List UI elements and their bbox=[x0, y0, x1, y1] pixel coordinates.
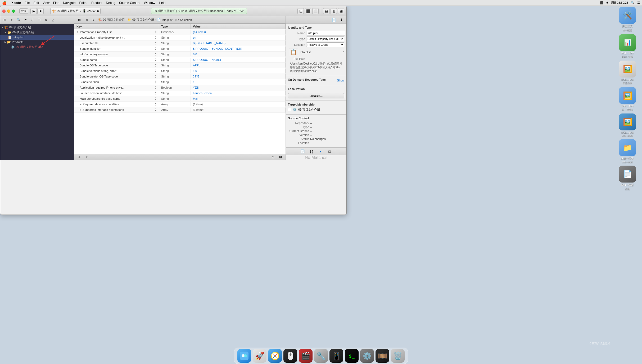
array-expand-icon[interactable]: ▶ bbox=[80, 103, 82, 106]
list-icon[interactable]: ☰ bbox=[637, 1, 640, 4]
row-stepper[interactable]: ▲▼ bbox=[155, 108, 157, 112]
add-icon[interactable]: + bbox=[9, 17, 15, 22]
desktop-item-snip1[interactable]: 🖼️ snip....png 车丹分享 bbox=[614, 61, 641, 85]
menu-source-control[interactable]: Source Control bbox=[119, 1, 140, 5]
debug-toggle[interactable]: ⬛ bbox=[305, 8, 311, 14]
table-row[interactable]: Launch screen interface file base... ▲▼ … bbox=[74, 90, 286, 96]
grid-icon[interactable]: ⊞ bbox=[2, 17, 8, 22]
reveal-in-finder-icon[interactable]: ↗ bbox=[342, 51, 344, 54]
row-stepper[interactable]: ▲▼ bbox=[155, 74, 157, 79]
table-row[interactable]: Bundle version ▲▼ String 1 bbox=[74, 79, 286, 85]
sidebar-item-infoplist[interactable]: 📋 Info.plist bbox=[0, 35, 74, 40]
dock-safari[interactable]: 🧭 bbox=[268, 349, 282, 363]
table-row[interactable]: ▶ Required device capabilities ▲▼ Array … bbox=[74, 102, 286, 107]
row-stepper[interactable]: ▲▼ bbox=[155, 35, 157, 40]
layout-btn-2[interactable]: ▥ bbox=[331, 8, 337, 14]
desktop-item-snip2[interactable]: 🖼️ snip....png 07-···(优化) bbox=[614, 87, 641, 111]
table-row[interactable]: Main storyboard file base name ▲▼ String… bbox=[74, 96, 286, 102]
table-row[interactable]: InfoDictionary version ▲▼ String 6.0 bbox=[74, 52, 286, 57]
row-stepper[interactable]: ▲▼ bbox=[155, 102, 157, 106]
expand-arrow-root[interactable]: ▼ bbox=[1, 26, 4, 29]
bookmark-icon[interactable]: ◇ bbox=[29, 17, 35, 22]
sidebar-item-app[interactable]: ⚙️ 09-项目文件介绍.app bbox=[0, 44, 74, 49]
pause-badge[interactable]: 暂停 bbox=[19, 8, 28, 14]
table-row[interactable]: Localization native development r... ▲▼ … bbox=[74, 35, 286, 40]
close-button[interactable] bbox=[2, 10, 6, 13]
row-stepper[interactable]: ▲▼ bbox=[155, 30, 157, 34]
back-button[interactable]: ◁ bbox=[83, 17, 89, 22]
expand-arrow-products[interactable]: ▶ bbox=[4, 41, 6, 43]
menu-view[interactable]: View bbox=[43, 1, 49, 5]
array-expand-icon-2[interactable]: ▶ bbox=[80, 108, 82, 111]
dock-media[interactable]: 🎬 bbox=[299, 349, 313, 363]
row-stepper[interactable]: ▲▼ bbox=[155, 69, 157, 73]
desktop-item-unnamed[interactable]: 📁 未命···件夹 ZJL···etail bbox=[614, 139, 641, 163]
row-stepper[interactable]: ▲▼ bbox=[155, 63, 157, 67]
stop-button[interactable]: ■ bbox=[37, 8, 44, 14]
table-row[interactable]: Bundle name ▲▼ String $(PRODUCT_NAME) bbox=[74, 57, 286, 63]
row-stepper[interactable]: ▲▼ bbox=[155, 41, 157, 45]
row-stepper[interactable]: ▲▼ bbox=[155, 58, 157, 62]
sidebar-item-root[interactable]: ▼ 🏗️ 09-项目文件介绍 bbox=[0, 25, 74, 30]
menu-navigate[interactable]: Navigate bbox=[63, 1, 75, 5]
dock-terminal[interactable]: $_ bbox=[345, 349, 359, 363]
dock-tools[interactable]: 🔧 bbox=[314, 349, 328, 363]
breadcrumb-item-1[interactable]: 09-项目文件介绍 bbox=[103, 18, 125, 22]
dock-mouse[interactable]: 🖱️ bbox=[283, 349, 297, 363]
breadcrumb-item-3[interactable]: Info.plist bbox=[162, 18, 173, 21]
help-inspector-icon[interactable]: ℹ bbox=[338, 17, 344, 22]
menu-xcode[interactable]: Xcode bbox=[11, 1, 21, 5]
insp-circle-icon[interactable]: ● bbox=[318, 149, 324, 154]
localize-button[interactable]: Localize... bbox=[288, 93, 344, 98]
desktop-item-devtools[interactable]: 🛠️ 开发工具 未···视频 bbox=[614, 7, 641, 32]
name-field[interactable] bbox=[306, 31, 345, 35]
location-select[interactable]: Relative to Group bbox=[306, 42, 344, 47]
table-icon[interactable]: ⊟ bbox=[36, 17, 42, 22]
dock-phone[interactable]: 📱 bbox=[329, 349, 343, 363]
root-expand-icon[interactable]: ▼ bbox=[76, 31, 79, 33]
flag-icon[interactable]: ⚑ bbox=[22, 17, 28, 22]
minimize-button[interactable] bbox=[7, 10, 10, 13]
navigator-toggle[interactable]: ◫ bbox=[297, 8, 304, 14]
table-row[interactable]: Bundle creator OS Type code ▲▼ String ??… bbox=[74, 74, 286, 79]
table-row[interactable]: Bundle versions string, short ▲▼ String … bbox=[74, 68, 286, 74]
breadcrumb-item-2[interactable]: 09-项目文件介绍 bbox=[132, 18, 154, 22]
expand-arrow-group[interactable]: ▼ bbox=[4, 31, 7, 34]
menu-debug[interactable]: Debug bbox=[106, 1, 115, 5]
link-icon[interactable]: ⧖ bbox=[43, 17, 49, 22]
layout-btn-1[interactable]: ▤ bbox=[323, 8, 329, 14]
grid-view-icon[interactable]: ⊞ bbox=[76, 17, 82, 22]
insp-code-icon[interactable]: { } bbox=[309, 149, 315, 154]
dock-finder[interactable] bbox=[237, 349, 251, 363]
row-stepper[interactable]: ▲▼ bbox=[155, 91, 157, 95]
warning-icon[interactable]: △ bbox=[50, 17, 56, 22]
menu-file[interactable]: File bbox=[25, 1, 30, 5]
forward-button[interactable]: ▷ bbox=[90, 17, 96, 22]
menu-product[interactable]: Product bbox=[91, 1, 102, 5]
plist-root-row[interactable]: ▼ Information Property List ▲▼ Dictionar… bbox=[74, 29, 286, 35]
dock-trash[interactable]: 🗑️ bbox=[391, 349, 405, 363]
table-row[interactable]: ▶ Supported interface orientations ▲▼ Ar… bbox=[74, 107, 286, 113]
row-stepper[interactable]: ▲▼ bbox=[155, 80, 157, 84]
scheme-selector[interactable]: 🏗️ 09-项目文件介绍 ▶ 📱 iPhone 6 bbox=[50, 8, 101, 14]
menu-find[interactable]: Find bbox=[53, 1, 59, 5]
sidebar-item-products[interactable]: ▶ 📂 Products bbox=[0, 40, 74, 44]
filter-icon[interactable]: 🔍 bbox=[16, 17, 21, 22]
desktop-item-ios[interactable]: 📄 ios1···试题 桌面 bbox=[614, 166, 641, 191]
menu-editor[interactable]: Editor bbox=[79, 1, 88, 5]
history-button[interactable]: ↩ bbox=[84, 154, 90, 160]
target-checkbox[interactable] bbox=[288, 108, 291, 111]
menu-help[interactable]: Help bbox=[159, 1, 165, 5]
dock-launchpad[interactable]: 🚀 bbox=[253, 349, 266, 363]
stop-run-button[interactable]: ▶ bbox=[30, 8, 37, 14]
insp-square-icon[interactable]: □ bbox=[327, 149, 333, 154]
table-row[interactable]: Executable file ▲▼ String $(EXECUTABLE_N… bbox=[74, 40, 286, 46]
row-stepper[interactable]: ▲▼ bbox=[155, 97, 157, 101]
table-row[interactable]: Bundle OS Type code ▲▼ String APPL bbox=[74, 63, 286, 68]
file-inspector-icon[interactable]: 📄 bbox=[331, 17, 337, 22]
apple-logo-icon[interactable]: 🍎 bbox=[2, 1, 7, 5]
desktop-item-xlsx[interactable]: 📊 ios1....xlsx 第13···业班 bbox=[614, 34, 641, 58]
grid-bottom-icon[interactable]: ⊞ bbox=[278, 154, 283, 160]
search-icon[interactable]: 🔍 bbox=[631, 1, 635, 4]
add-row-button[interactable]: + bbox=[76, 154, 82, 160]
